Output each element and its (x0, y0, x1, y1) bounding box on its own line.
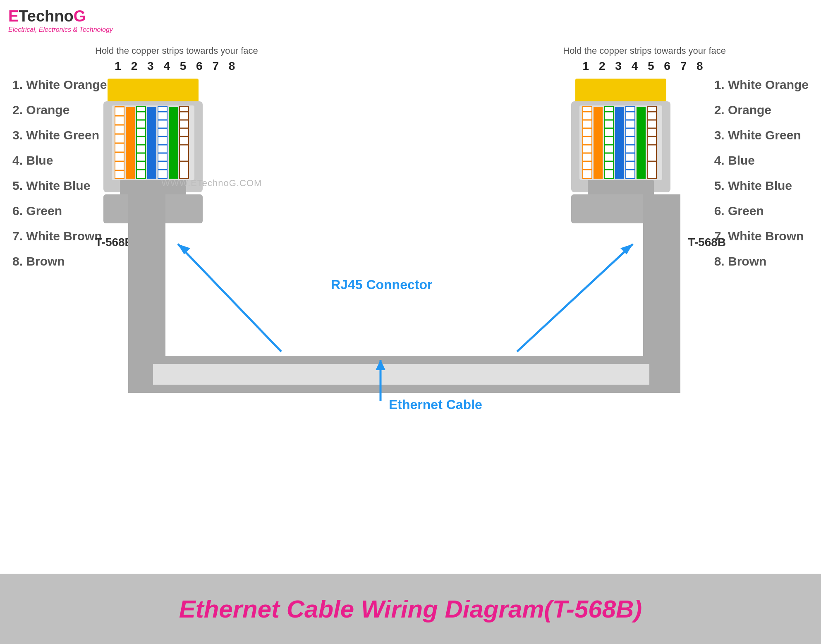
left-connector-area: Hold the copper strips towards your face… (95, 45, 258, 229)
rj45-label: RJ45 Connector (331, 277, 432, 292)
svg-rect-65 (626, 107, 635, 179)
right-wire-2: 2. Orange (714, 102, 809, 118)
svg-rect-33 (180, 107, 189, 179)
logo-g: G (74, 7, 86, 25)
left-wire-1: 1. White Orange (12, 77, 107, 93)
right-wire-8: 8. Brown (714, 253, 809, 269)
svg-marker-94 (376, 360, 385, 370)
logo-techno: Techno (19, 7, 73, 25)
right-connector-svg (563, 74, 679, 227)
svg-rect-75 (647, 107, 656, 179)
svg-marker-90 (178, 244, 190, 254)
svg-rect-64 (615, 107, 624, 179)
svg-marker-92 (620, 244, 633, 254)
right-wire-1: 1. White Orange (714, 77, 809, 93)
left-pin-numbers: 1 2 3 4 5 6 7 8 (95, 60, 258, 73)
right-wire-3: 3. White Green (714, 127, 809, 143)
left-wire-8: 8. Brown (12, 253, 107, 269)
right-wire-4: 4. Blue (714, 152, 809, 168)
ethernet-cable-label: Ethernet Cable (389, 397, 482, 412)
page: ETechnoG Electrical, Electronics & Techn… (0, 0, 821, 644)
logo-text: ETechnoG (8, 7, 113, 25)
svg-rect-74 (637, 107, 646, 179)
svg-rect-55 (604, 107, 613, 179)
right-t568b-label: T-568B (688, 236, 726, 249)
bottom-title: Ethernet Cable Wiring Diagram(T-568B) (179, 595, 642, 623)
right-instruction: Hold the copper strips towards your face (563, 45, 726, 56)
svg-rect-42 (575, 79, 666, 103)
svg-rect-22 (147, 107, 156, 179)
svg-line-89 (178, 244, 281, 352)
right-pin-numbers: 1 2 3 4 5 6 7 8 (563, 60, 726, 73)
right-wire-6: 6. Green (714, 203, 809, 219)
right-connector-area: Hold the copper strips towards your face… (563, 45, 726, 229)
svg-rect-12 (126, 107, 135, 179)
svg-rect-45 (583, 107, 592, 179)
left-connector-svg (95, 74, 211, 227)
svg-rect-23 (158, 107, 167, 179)
svg-rect-85 (128, 356, 472, 393)
left-t568b-label: T-568B (95, 236, 133, 249)
svg-rect-0 (108, 79, 199, 103)
svg-rect-88 (153, 364, 649, 385)
wire-labels-right: 1. White Orange 2. Orange 3. White Green… (714, 77, 809, 278)
svg-rect-41 (103, 194, 203, 223)
left-wire-4: 4. Blue (12, 152, 107, 168)
watermark: WWW.ETechnoG.COM (161, 178, 262, 189)
left-wire-7: 7. White Brown (12, 228, 107, 244)
svg-rect-13 (136, 107, 146, 179)
svg-rect-54 (594, 107, 603, 179)
bottom-banner: Ethernet Cable Wiring Diagram(T-568B) (0, 574, 821, 644)
right-wire-7: 7. White Brown (714, 228, 809, 244)
right-wire-5: 5. White Blue (714, 177, 809, 194)
wire-labels-left: 1. White Orange 2. Orange 3. White Green… (12, 77, 107, 278)
left-instruction: Hold the copper strips towards your face (95, 45, 258, 56)
svg-line-91 (517, 244, 633, 352)
logo-e: E (8, 7, 19, 25)
left-wire-5: 5. White Blue (12, 177, 107, 194)
svg-rect-82 (588, 180, 654, 196)
svg-rect-32 (169, 107, 178, 179)
logo-tagline: Electrical, Electronics & Technology (8, 26, 113, 34)
svg-rect-87 (472, 356, 680, 393)
svg-rect-83 (571, 194, 670, 223)
left-wire-6: 6. Green (12, 203, 107, 219)
left-wire-2: 2. Orange (12, 102, 107, 118)
logo-area: ETechnoG Electrical, Electronics & Techn… (8, 7, 113, 34)
left-wire-3: 3. White Green (12, 127, 107, 143)
